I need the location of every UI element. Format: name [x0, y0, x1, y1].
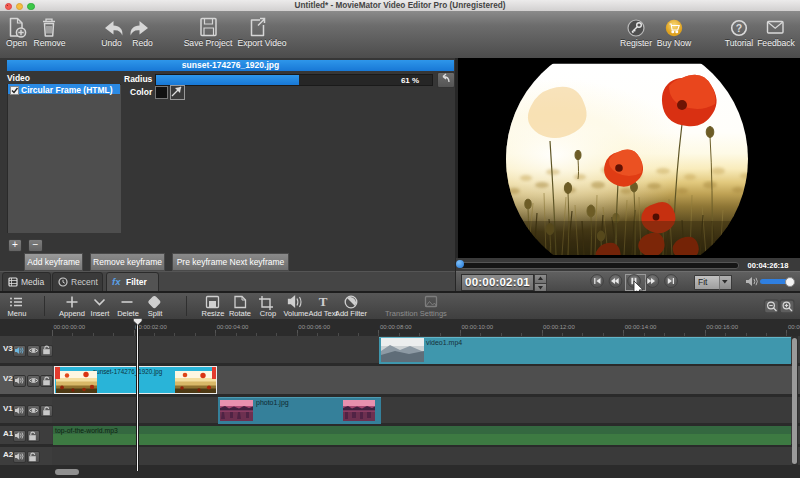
svg-text:?: ? [736, 21, 742, 33]
svg-text:T: T [319, 294, 328, 309]
